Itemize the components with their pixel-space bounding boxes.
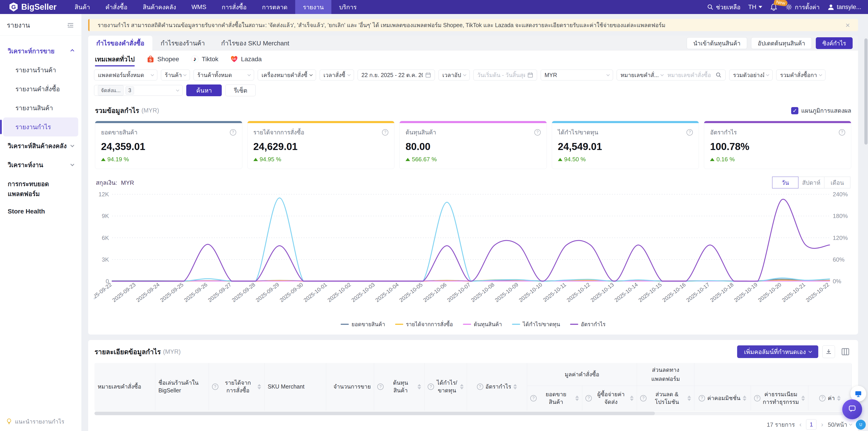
chart-display-toggle[interactable]: ✓ แผนภูมิการแสดงผล xyxy=(791,106,851,115)
order-number-input[interactable]: หมายเลขคำสั่งซื้อ xyxy=(667,70,713,79)
help-icon[interactable]: ? xyxy=(819,395,826,401)
help-icon[interactable]: ? xyxy=(428,384,434,390)
tab-2[interactable]: กำไรของร้านค้า xyxy=(152,36,213,51)
nav-item-4[interactable]: WMS xyxy=(184,0,214,14)
filter-select-9[interactable]: MYR xyxy=(541,70,613,80)
help-icon[interactable]: ? xyxy=(377,384,383,390)
sort-icon[interactable] xyxy=(801,396,805,401)
column-settings-button[interactable] xyxy=(839,345,852,358)
collapse-sidebar-icon[interactable] xyxy=(66,22,74,29)
sidebar-section-1[interactable]: วิเคราะห์การขาย xyxy=(3,41,78,61)
import-cost-button[interactable]: นำเข้าต้นทุนสินค้า xyxy=(687,37,747,49)
sidebar-item-1-3[interactable]: รายงานสินค้า xyxy=(3,98,78,118)
legend-item-3[interactable]: ต้นทุนสินค้า xyxy=(463,320,502,329)
sort-icon[interactable] xyxy=(743,396,746,401)
update-cost-button[interactable]: อัปเดตต้นทุนสินค้า xyxy=(751,37,812,49)
sort-icon[interactable] xyxy=(417,384,421,390)
help-icon[interactable]: ? xyxy=(477,384,483,390)
sort-icon[interactable] xyxy=(630,396,633,401)
prev-page-icon[interactable]: ‹ xyxy=(799,421,802,428)
period-button-3[interactable]: เดือน xyxy=(824,177,850,188)
sort-icon[interactable] xyxy=(257,384,261,390)
nav-item-7[interactable]: รายงาน xyxy=(295,0,331,14)
filter-date-6[interactable]: 22 ก.ย. 2025 - 22 ต.ค. 2025 xyxy=(358,70,435,80)
legend-item-2[interactable]: รายได้จากการสั่งซื้อ xyxy=(395,320,453,329)
add-custom-column-button[interactable]: เพิ่มคอลัมน์ที่กำหนดเอง xyxy=(737,345,818,358)
sidebar-item-1-1[interactable]: รายงานร้านค้า xyxy=(3,61,78,79)
export-button[interactable] xyxy=(822,345,835,358)
sort-icon[interactable] xyxy=(513,384,517,390)
tab-3[interactable]: กำไรของ SKU Merchant xyxy=(213,36,297,51)
period-button-1[interactable]: วัน xyxy=(772,177,798,188)
bigseller-logo[interactable]: G BigSeller xyxy=(0,2,67,12)
help-icon[interactable]: ? xyxy=(839,129,845,136)
help-icon[interactable]: ? xyxy=(754,395,761,401)
subtab-lazada[interactable]: LazLazada xyxy=(230,51,262,68)
column-header-3[interactable]: ?รายได้จากการสั่งซื้อ xyxy=(209,363,265,411)
chat-support-fab[interactable] xyxy=(842,399,862,419)
tail-column-2[interactable]: ?ค่าธรรมเนียมการทำธุรกรรม xyxy=(751,386,808,411)
help-icon[interactable]: ? xyxy=(382,129,388,136)
user-menu[interactable]: tansyle... xyxy=(827,3,861,11)
legend-item-4[interactable]: ได้กำไร/ขาดทุน xyxy=(512,320,560,329)
page-vertical-scrollbar[interactable] xyxy=(864,38,868,144)
filter-select-4[interactable]: เครื่องหมายคำสั่งซื้อ xyxy=(258,70,316,80)
help-icon[interactable]: ? xyxy=(585,395,592,401)
subtab-shopee[interactable]: SShopee xyxy=(147,51,179,68)
column-header-7[interactable]: ?ได้กำไร/ขาดทุน xyxy=(424,363,467,411)
nav-item-3[interactable]: สินค้าคงคลัง xyxy=(135,0,184,14)
checkbox-checked-icon[interactable]: ✓ xyxy=(791,107,798,114)
settings-button[interactable]: การตั้งค่า xyxy=(785,2,819,12)
current-page-button[interactable]: 1 xyxy=(806,419,816,430)
group-1-column-2[interactable]: ?ผู้ซื้อจ่ายค่าจัดส่ง xyxy=(582,386,637,411)
language-selector[interactable]: TH xyxy=(748,4,762,11)
sort-icon[interactable] xyxy=(575,396,579,401)
tail-column-1[interactable]: ?ค่าคอมมิชชั่น xyxy=(694,386,751,411)
assistant-fab[interactable] xyxy=(856,420,866,430)
nav-item-6[interactable]: การตลาด xyxy=(254,0,295,14)
search-button[interactable]: ค้นหา xyxy=(186,85,222,96)
notifications-button[interactable]: New xyxy=(770,3,778,11)
filter-select-3[interactable]: ร้านค้าทั้งหมด xyxy=(193,70,254,80)
nav-item-5[interactable]: การสั่งซื้อ xyxy=(214,0,254,14)
scrollbar-thumb[interactable] xyxy=(94,411,655,415)
filter-search-10[interactable]: หมายเลขคำสั่...หมายเลขคำสั่งซื้อ xyxy=(617,70,725,80)
help-icon[interactable]: ? xyxy=(640,395,647,401)
nav-item-1[interactable]: สินค้า xyxy=(67,0,98,14)
help-icon[interactable]: ? xyxy=(534,129,541,136)
tab-1[interactable]: กำไรของคำสั่งซื้อ xyxy=(88,36,152,51)
filter-select-5[interactable]: เวลาสั่งซื้... xyxy=(320,70,354,80)
legend-item-1[interactable]: ยอดขายสินค้า xyxy=(341,320,385,329)
help-icon[interactable]: ? xyxy=(530,395,537,401)
subtab-tiktok[interactable]: ♪♪♪Tiktok xyxy=(191,51,218,68)
profit-report-tip[interactable]: แนะนำรายงานกำไร xyxy=(6,417,64,426)
filter-select-12[interactable]: รวมคำสั่งซื้อการ... xyxy=(776,70,826,80)
help-icon[interactable]: ? xyxy=(230,129,236,136)
help-icon[interactable]: ? xyxy=(686,129,693,136)
group-2-column-1[interactable]: ?ส่วนลด & โปรโมชัน xyxy=(637,386,694,411)
nav-item-2[interactable]: คำสั่งซื้อ xyxy=(98,0,135,14)
sort-icon[interactable] xyxy=(837,396,841,401)
sort-icon[interactable] xyxy=(460,384,464,390)
column-header-6[interactable]: ?ต้นทุนสินค้า xyxy=(374,363,424,411)
column-header-8[interactable]: ?อัตรากำไร xyxy=(467,363,527,411)
sidebar-section-2[interactable]: วิเคราะห์สินค้าคงคลัง xyxy=(3,136,78,156)
order-status-multiselect[interactable]: จัดส่งแ... 3 xyxy=(94,85,183,96)
help-icon[interactable]: ? xyxy=(699,395,705,401)
sidebar-section-3[interactable]: วิเคราะห์งาน xyxy=(3,156,78,174)
filter-select-7[interactable]: เวลาอัปเ... xyxy=(438,70,470,80)
filter-date-8[interactable]: วันเริ่มต้น - วันสิ้นสุด xyxy=(473,70,537,80)
nav-item-8[interactable]: บริการ xyxy=(331,0,364,14)
filter-select-1[interactable]: แพลตฟอร์มทั้งหมด xyxy=(94,70,157,80)
filter-select-11[interactable]: รวมตัวอย่างสิน... xyxy=(729,70,773,80)
page-size-select[interactable]: 50/หน้า xyxy=(828,420,852,429)
legend-item-5[interactable]: อัตรากำไร xyxy=(570,320,606,329)
sidebar-item-1-4[interactable]: รายงานกำไร xyxy=(3,118,78,136)
filter-select-2[interactable]: ร้านค้า xyxy=(161,70,190,80)
sort-icon[interactable] xyxy=(687,396,691,401)
reset-button[interactable]: รีเซ็ต xyxy=(225,85,256,96)
next-page-icon[interactable]: › xyxy=(821,421,823,428)
banner-close-icon[interactable]: × xyxy=(845,21,850,29)
period-button-2[interactable]: สัปดาห์ xyxy=(798,177,825,188)
sidebar-item-1-2[interactable]: รายงานคำสั่งซื้อ xyxy=(3,79,78,98)
